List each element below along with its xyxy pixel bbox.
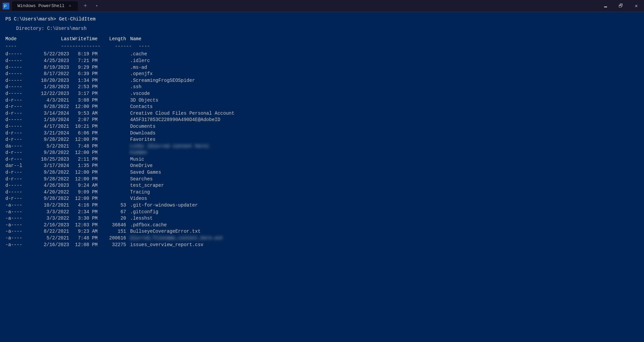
- file-time: 4:16 PM: [69, 202, 98, 209]
- table-row: d-r---9/28/202212:00 PMSaved Games: [5, 169, 639, 176]
- titlebar-controls: 🗕 🗗 ✕: [598, 0, 644, 12]
- file-name: .ms-ad: [130, 64, 147, 71]
- file-name: Searches: [130, 176, 153, 183]
- file-name: Creative Cloud Files Personal Account: [130, 110, 234, 117]
- length-header: Length: [98, 36, 126, 43]
- file-time: 12:00 PM: [69, 176, 98, 183]
- file-mode: d-----: [5, 123, 32, 130]
- file-mode: d-----: [5, 77, 32, 84]
- file-time: 12:00 PM: [69, 150, 98, 156]
- file-date: 8/22/2021: [32, 228, 69, 235]
- file-date: 2/16/2023: [32, 222, 69, 229]
- lwt-sep: --------------: [35, 43, 100, 50]
- file-mode: da----: [5, 143, 32, 150]
- file-length: 53: [98, 202, 126, 209]
- file-mode: d-----: [5, 51, 32, 58]
- table-row: d-----4/26/20239:24 AMtest_scraper: [5, 182, 639, 189]
- file-mode: d-----: [5, 71, 32, 77]
- file-name: Contacts: [130, 104, 153, 110]
- header-row: Mode LastWriteTime Length Name: [5, 36, 639, 43]
- file-length: 67: [98, 209, 126, 216]
- minimize-button[interactable]: 🗕: [598, 0, 613, 12]
- ps-prompt: PS C:\Users\marsh>: [5, 16, 56, 22]
- separator-row: ---- -------------- ------ ----: [5, 43, 639, 50]
- mode-sep: ----: [5, 43, 32, 50]
- close-tab-icon[interactable]: ×: [67, 3, 72, 9]
- file-time: 3:30 PM: [69, 215, 98, 222]
- file-date: 2/16/2023: [32, 242, 69, 248]
- file-time: 7:48 PM: [69, 143, 98, 150]
- file-list: d-----5/22/20238:19 PM.cached-----4/25/2…: [5, 51, 639, 248]
- file-mode: d-----: [5, 58, 32, 64]
- table-row: -a----2/16/202312:03 PM36846.pdfbox.cach…: [5, 222, 639, 229]
- table-row: d-----8/19/20239:29 PM.ms-ad: [5, 64, 639, 71]
- file-date: 3/17/2024: [32, 163, 69, 169]
- file-time: 10:21 PM: [69, 123, 98, 130]
- table-row: d-----4/25/20237:21 PM.idlerc: [5, 58, 639, 64]
- file-name: .pdfbox.cache: [130, 222, 167, 229]
- file-length: 151: [98, 228, 126, 235]
- file-mode: -a----: [5, 215, 32, 222]
- file-mode: d-r---: [5, 136, 32, 143]
- file-date: 1/10/2024: [32, 117, 69, 123]
- table-row: da----5/2/20217:48 PMLinks (blurred cont…: [5, 143, 639, 150]
- file-time: 2:07 PM: [69, 117, 98, 123]
- close-button[interactable]: ✕: [629, 0, 644, 12]
- file-mode: d-----: [5, 182, 32, 189]
- file-date: 4/25/2023: [32, 58, 69, 64]
- file-date: 10/2/2021: [32, 202, 69, 209]
- add-tab-button[interactable]: +: [80, 1, 90, 11]
- file-mode: d-----: [5, 64, 32, 71]
- file-time: 7:48 PM: [69, 235, 98, 242]
- table-row: d-r---4/3/20213:08 PM3D Objects: [5, 97, 639, 104]
- table-row: d-r---3/21/20246:06 PMDownloads: [5, 130, 639, 137]
- file-date: 3/3/2022: [32, 209, 69, 216]
- app-icon: P: [3, 3, 9, 9]
- file-time: 12:00 PM: [69, 136, 98, 143]
- file-name: hidden: [130, 150, 147, 156]
- file-name: .ScreamingFrogSEOSpider: [130, 77, 195, 84]
- directory-line: Directory: C:\Users\marsh: [16, 25, 639, 32]
- file-mode: d-r---: [5, 104, 32, 110]
- file-time: 12:03 PM: [69, 222, 98, 229]
- file-name: issues_overview_report.csv: [130, 242, 203, 248]
- name-header: Name: [130, 36, 142, 43]
- file-date: 3/21/2024: [32, 130, 69, 137]
- file-name: 4A5F317853C228990A490D4E@AdobeID: [130, 117, 220, 123]
- file-mode: d-r---: [5, 195, 32, 202]
- file-mode: -a----: [5, 222, 32, 229]
- file-name: Documents: [130, 123, 156, 130]
- file-time: 9:23 AM: [69, 228, 98, 235]
- tab-dropdown-button[interactable]: ▾: [93, 2, 101, 10]
- file-mode: d-r---: [5, 110, 32, 117]
- table-row: d-----1/28/20232:53 PM.ssh: [5, 84, 639, 91]
- table-row: -a----10/2/20214:16 PM53.git-for-windows…: [5, 202, 639, 209]
- active-tab[interactable]: Windows PowerShell ×: [12, 1, 78, 11]
- file-name: test_scraper: [130, 182, 164, 189]
- file-date: 5/2/2021: [32, 143, 69, 150]
- file-length: 32275: [98, 242, 126, 248]
- file-mode: d-r---: [5, 97, 32, 104]
- lwt-header: LastWriteTime: [32, 36, 98, 43]
- file-length: 20: [98, 215, 126, 222]
- table-row: d-r---9/28/202212:00 PMVideos: [5, 195, 639, 202]
- file-mode: d-----: [5, 189, 32, 196]
- file-time: 1:34 PM: [69, 77, 98, 84]
- file-time: 2:11 PM: [69, 156, 98, 163]
- file-name: BullseyeCoverageError.txt: [130, 228, 201, 235]
- file-time: 9:24 AM: [69, 182, 98, 189]
- file-name: OneDrive: [130, 163, 153, 169]
- file-date: 9/28/2022: [32, 150, 69, 156]
- table-row: d-r---9/28/202212:00 PMhidden: [5, 150, 639, 156]
- file-time: 6:06 PM: [69, 130, 98, 137]
- file-time: 9:53 AM: [69, 110, 98, 117]
- file-time: 12:00 PM: [69, 169, 98, 176]
- file-name: 3D Objects: [130, 97, 158, 104]
- file-date: 4/26/2023: [32, 182, 69, 189]
- terminal[interactable]: PS C:\Users\marsh> Get-ChildItem Directo…: [0, 12, 644, 342]
- file-name: Tracing: [130, 189, 150, 196]
- file-date: 5/2/2021: [32, 235, 69, 242]
- file-time: 9:09 PM: [69, 189, 98, 196]
- titlebar: P Windows PowerShell × + ▾ 🗕 🗗 ✕: [0, 0, 644, 12]
- maximize-button[interactable]: 🗗: [613, 0, 629, 12]
